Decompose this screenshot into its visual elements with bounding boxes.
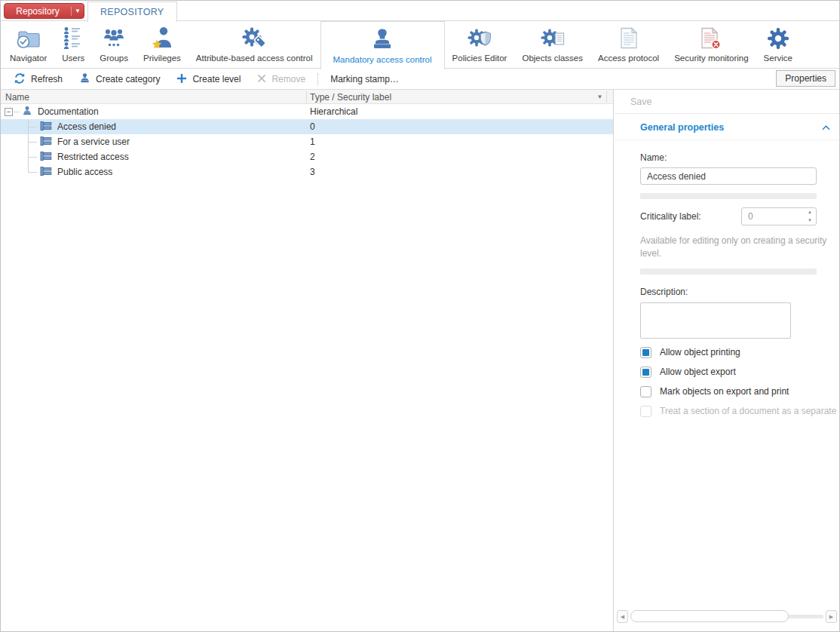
- separator-bar: [640, 193, 817, 199]
- row-name: Public access: [57, 167, 112, 177]
- checkbox-treat-section-as-separate-document: Treat a section of a document as a separ…: [640, 406, 839, 417]
- collapse-icon[interactable]: −: [5, 108, 13, 116]
- tree-connector: [14, 112, 20, 112]
- main-area: Name Type / Security label ▼ −: [1, 89, 839, 631]
- checkbox-checked-icon[interactable]: [640, 367, 651, 378]
- remove-label: Remove: [271, 74, 305, 84]
- row-type: 0: [310, 121, 315, 132]
- checkbox-mark-objects-on-export-and-print[interactable]: Mark objects on export and print: [640, 386, 839, 397]
- properties-button[interactable]: Properties: [776, 70, 835, 87]
- ribbon: Navigator Users: [1, 21, 839, 69]
- table-row-public-access[interactable]: Public access 3: [1, 164, 613, 179]
- stamp-icon: [22, 106, 32, 118]
- table-row-for-a-service-user[interactable]: For a service user 1: [1, 134, 613, 149]
- tab-strip: Repository ▼ REPOSITORY: [1, 1, 839, 21]
- ribbon-item-mandatory-access-control[interactable]: Mandatory access control: [320, 21, 445, 69]
- row-name: Access denied: [57, 121, 116, 132]
- name-input[interactable]: [640, 167, 817, 185]
- ribbon-item-users[interactable]: Users: [54, 21, 92, 68]
- criticality-value: 0: [742, 208, 804, 225]
- row-name: For a service user: [57, 137, 130, 147]
- ribbon-item-label: Groups: [100, 54, 128, 63]
- scrollbar-thumb[interactable]: [630, 610, 789, 622]
- general-properties-section-header[interactable]: General properties: [615, 122, 839, 133]
- security-level-icon: [40, 151, 52, 164]
- gear-tag-icon: [241, 24, 267, 54]
- refresh-label: Refresh: [31, 74, 63, 84]
- ribbon-item-policies-editor[interactable]: Policies Editor: [445, 21, 515, 68]
- create-category-label: Create category: [96, 74, 160, 84]
- table-row-documentation[interactable]: − Documentation Hierarchical: [1, 104, 613, 119]
- stamp-icon: [79, 72, 90, 86]
- column-header-type[interactable]: Type / Security label: [310, 92, 391, 103]
- column-header-name[interactable]: Name: [5, 92, 29, 103]
- column-menu-arrow-icon[interactable]: ▼: [594, 90, 605, 104]
- stepper-down-icon[interactable]: ▼: [804, 216, 816, 225]
- ribbon-item-service[interactable]: Service: [756, 21, 800, 68]
- divider: [615, 140, 839, 140]
- remove-button[interactable]: Remove: [249, 70, 314, 88]
- repository-menu-label: Repository: [5, 6, 71, 17]
- column-divider[interactable]: [306, 91, 307, 103]
- ribbon-item-label: Attribute-based access control: [196, 54, 313, 63]
- row-name: Restricted access: [57, 152, 129, 162]
- chevron-up-icon[interactable]: [822, 122, 830, 133]
- ribbon-item-access-protocol[interactable]: Access protocol: [590, 21, 667, 68]
- ribbon-item-privileges[interactable]: Privileges: [136, 21, 189, 68]
- separator-bar: [640, 268, 817, 275]
- gear-document-icon: [541, 24, 565, 54]
- refresh-icon: [14, 72, 26, 87]
- tab-repository[interactable]: REPOSITORY: [87, 2, 177, 22]
- chevron-down-icon: ▼: [71, 7, 84, 16]
- folder-check-icon: [16, 24, 41, 54]
- stamp-icon: [370, 25, 394, 55]
- ribbon-item-label: Objects classes: [522, 54, 583, 63]
- toolbar: Refresh Create category: [1, 69, 839, 89]
- row-name: Documentation: [38, 106, 99, 117]
- ribbon-item-label: Users: [62, 54, 84, 63]
- marking-stamp-button[interactable]: Marking stamp…: [322, 70, 407, 88]
- toolbar-separator: [317, 73, 318, 85]
- checkbox-label: Treat a section of a document as a separ…: [660, 406, 839, 416]
- ribbon-item-attribute-based-access-control[interactable]: Attribute-based access control: [189, 21, 320, 68]
- ribbon-item-groups[interactable]: Groups: [92, 21, 136, 68]
- horizontal-scrollbar: ◀ ▶: [617, 610, 837, 623]
- app-window: Repository ▼ REPOSITORY Navigator: [0, 0, 840, 632]
- criticality-stepper[interactable]: 0 ▲ ▼: [741, 207, 817, 225]
- properties-panel: Save General properties Name: Criticalit…: [615, 90, 839, 631]
- person-star-icon: [151, 24, 173, 54]
- ribbon-item-security-monitoring[interactable]: Security monitoring: [667, 21, 756, 68]
- properties-button-label: Properties: [785, 73, 826, 84]
- create-category-button[interactable]: Create category: [71, 70, 168, 88]
- security-level-icon: [40, 136, 52, 149]
- scroll-left-icon[interactable]: ◀: [617, 610, 628, 623]
- refresh-button[interactable]: Refresh: [5, 70, 71, 88]
- checkbox-label: Allow object export: [660, 367, 736, 377]
- checkbox-unchecked-icon: [640, 406, 651, 417]
- tree-connector: [28, 134, 38, 149]
- ribbon-item-navigator[interactable]: Navigator: [2, 21, 54, 68]
- criticality-field-label: Criticality label:: [640, 211, 741, 222]
- ribbon-item-objects-classes[interactable]: Objects classes: [514, 21, 590, 68]
- marking-stamp-label: Marking stamp…: [330, 74, 399, 84]
- ribbon-item-label: Access protocol: [598, 54, 659, 63]
- tree-header: Name Type / Security label ▼: [1, 90, 613, 104]
- checkbox-allow-object-printing[interactable]: Allow object printing: [640, 347, 839, 358]
- stepper-up-icon[interactable]: ▲: [804, 208, 816, 216]
- table-row-restricted-access[interactable]: Restricted access 2: [1, 149, 613, 164]
- repository-menu-button[interactable]: Repository ▼: [4, 3, 84, 19]
- checkbox-unchecked-icon[interactable]: [640, 386, 651, 397]
- description-textarea[interactable]: [640, 302, 791, 339]
- checkbox-checked-icon[interactable]: [640, 347, 651, 358]
- table-row-access-denied[interactable]: Access denied 0: [1, 119, 613, 134]
- save-button[interactable]: Save: [630, 97, 839, 107]
- tab-repository-label: REPOSITORY: [100, 7, 164, 17]
- scroll-right-icon[interactable]: ▶: [826, 610, 837, 623]
- checkbox-allow-object-export[interactable]: Allow object export: [640, 367, 839, 378]
- security-level-icon: [40, 166, 52, 179]
- create-level-button[interactable]: Create level: [168, 70, 249, 88]
- ribbon-item-label: Policies Editor: [452, 54, 507, 63]
- ribbon-item-label: Mandatory access control: [333, 55, 432, 64]
- plus-icon: [176, 73, 187, 86]
- row-type: 1: [310, 137, 315, 147]
